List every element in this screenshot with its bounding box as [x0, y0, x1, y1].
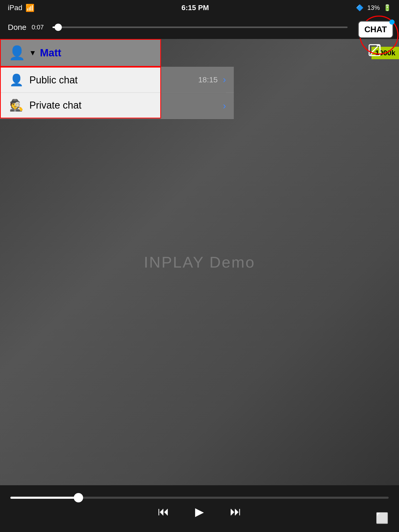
skip-forward-button[interactable]: ⏭	[227, 502, 244, 521]
chat-notification-dot	[389, 19, 395, 25]
svg-line-1	[371, 46, 378, 53]
chat-button[interactable]: CHAT	[358, 21, 394, 38]
battery-percentage: 13%	[367, 4, 380, 11]
seek-thumb[interactable]	[55, 24, 62, 31]
wifi-icon: 📶	[25, 4, 35, 12]
status-bar: iPad 📶 6:15 PM 🔷 13% 🔋	[0, 0, 399, 16]
chat-sidebar: CHAT	[352, 16, 399, 88]
time-display: 6:15 PM	[182, 4, 209, 12]
person-icon: 👤	[9, 73, 24, 87]
device-label: iPad	[8, 4, 22, 12]
seek-bar[interactable]	[52, 26, 348, 28]
dropdown-menu: 👤 Public chat 🕵️ Private chat	[0, 67, 161, 118]
spy-icon: 🕵️	[9, 98, 24, 112]
top-controls-bar: Done 0:07 -14:41 ⛶	[0, 16, 399, 39]
current-time: 0:07	[32, 24, 47, 31]
done-button[interactable]: Done	[8, 23, 26, 32]
playback-controls: ⏮ ▶ ⏭	[10, 502, 389, 521]
bottom-controls-bar: ⏮ ▶ ⏭ ⬜	[0, 485, 399, 532]
dropdown-item-public-chat[interactable]: 👤 Public chat	[1, 68, 160, 93]
user-name-button[interactable]: Matt	[40, 47, 61, 59]
bluetooth-icon: 🔷	[356, 4, 364, 11]
chat-time-jake: 18:15	[198, 75, 218, 84]
chat-button-wrapper: CHAT	[358, 21, 394, 38]
dropdown-arrow-icon: ▼	[29, 49, 36, 57]
progress-thumb[interactable]	[74, 493, 83, 502]
battery-icon: 🔋	[383, 4, 391, 11]
user-avatar-icon: 👤	[9, 45, 25, 61]
progress-fill	[10, 497, 78, 499]
play-button[interactable]: ▶	[192, 502, 207, 521]
compose-button[interactable]	[368, 43, 383, 60]
chat-panel: 👤 ▼ Matt 👤 Public chat 🕵️ Private chat J…	[0, 39, 234, 119]
private-chat-label: Private chat	[29, 100, 82, 111]
user-selector-container: 👤 ▼ Matt 👤 Public chat 🕵️ Private chat	[0, 39, 234, 67]
video-watermark: INPLAY Demo	[144, 253, 255, 271]
user-selector-row[interactable]: 👤 ▼ Matt	[0, 39, 161, 67]
chevron-right-icon-peter: ›	[223, 101, 226, 111]
progress-bar[interactable]	[10, 497, 389, 499]
dropdown-item-private-chat[interactable]: 🕵️ Private chat	[1, 93, 160, 118]
chat-button-label: CHAT	[364, 25, 387, 34]
public-chat-label: Public chat	[29, 75, 78, 86]
chevron-right-icon-jake: ›	[223, 74, 226, 85]
svg-line-2	[370, 53, 373, 55]
skip-back-button[interactable]: ⏮	[155, 502, 172, 521]
subtitle-button[interactable]: ⬜	[376, 512, 389, 524]
